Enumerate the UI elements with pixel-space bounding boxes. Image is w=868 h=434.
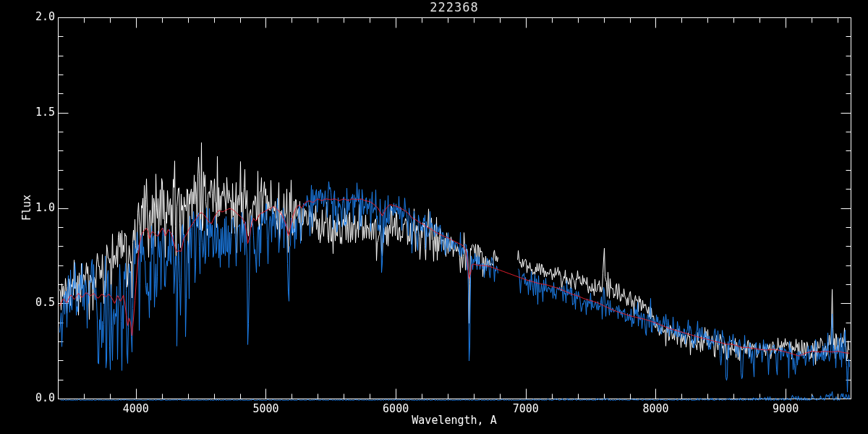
y-tick-label: 2.0 <box>22 10 55 23</box>
spectrum-plot-canvas <box>0 0 868 434</box>
y-tick-label: 0.0 <box>22 391 55 404</box>
x-tick-label: 5000 <box>240 402 291 415</box>
x-tick-label: 4000 <box>111 402 161 415</box>
x-tick-label: 7000 <box>501 402 551 415</box>
y-tick-label: 0.5 <box>22 296 55 309</box>
x-axis-label: Wavelength, A <box>58 414 851 427</box>
x-tick-label: 8000 <box>630 402 681 415</box>
y-tick-label: 1.5 <box>22 106 55 119</box>
spectrum-plot-window: 222368 Wavelength, A Flux 40005000600070… <box>0 0 868 434</box>
x-tick-label: 9000 <box>760 402 811 415</box>
plot-title: 222368 <box>58 1 851 14</box>
x-tick-label: 6000 <box>370 402 421 415</box>
y-tick-label: 1.0 <box>22 201 55 214</box>
